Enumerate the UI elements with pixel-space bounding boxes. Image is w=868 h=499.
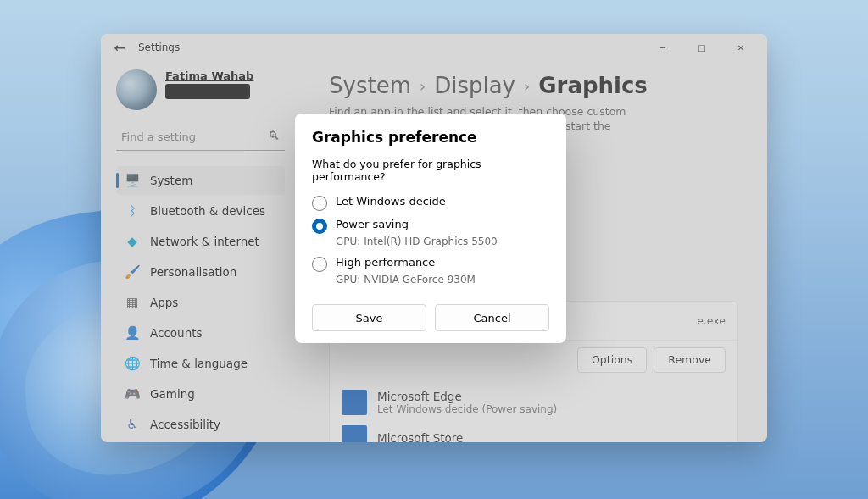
dialog-title: Graphics preference bbox=[312, 129, 549, 146]
back-button[interactable]: ← bbox=[108, 36, 131, 59]
avatar bbox=[116, 69, 157, 110]
arrow-left-icon: ← bbox=[114, 40, 125, 56]
graphics-preference-dialog: Graphics preference What do you prefer f… bbox=[295, 114, 566, 343]
maximize-icon: □ bbox=[698, 43, 705, 53]
dialog-question: What do you prefer for graphics performa… bbox=[312, 158, 549, 183]
nav-label: System bbox=[150, 174, 192, 187]
accessibility-icon: ♿ bbox=[125, 417, 140, 432]
nav-label: Gaming bbox=[150, 387, 195, 401]
crumb-system[interactable]: System bbox=[329, 73, 411, 98]
sidebar-item-network[interactable]: ◆Network & internet bbox=[116, 227, 285, 256]
dialog-buttons: Save Cancel bbox=[312, 304, 549, 331]
app-name: Microsoft Store bbox=[377, 431, 463, 442]
radio-icon bbox=[312, 196, 327, 211]
nav-label: Apps bbox=[150, 296, 178, 309]
apps-icon: ▦ bbox=[125, 295, 140, 310]
bluetooth-icon: ᛒ bbox=[125, 203, 140, 219]
gamepad-icon: 🎮 bbox=[125, 386, 140, 402]
crumb-graphics: Graphics bbox=[538, 73, 648, 98]
option-sub: GPU: NVIDIA GeForce 930M bbox=[336, 274, 549, 286]
search-icon: 🔍︎ bbox=[268, 129, 280, 142]
nav-label: Time & language bbox=[150, 357, 248, 370]
wifi-icon: ◆ bbox=[125, 234, 140, 249]
app-exe: e.exe bbox=[697, 314, 726, 327]
maximize-button[interactable]: □ bbox=[682, 34, 721, 61]
search-input[interactable] bbox=[116, 124, 285, 151]
option-label: Power saving bbox=[336, 218, 409, 230]
store-icon bbox=[342, 425, 367, 442]
nav-label: Personalisation bbox=[150, 265, 236, 279]
option-let-windows-decide[interactable]: Let Windows decide bbox=[312, 191, 549, 214]
nav-label: Network & internet bbox=[150, 235, 259, 248]
radio-icon bbox=[312, 219, 327, 234]
nav-label: Accessibility bbox=[150, 418, 220, 431]
breadcrumb: System › Display › Graphics bbox=[329, 73, 738, 98]
sidebar-item-accounts[interactable]: 👤Accounts bbox=[116, 319, 285, 347]
search-container: 🔍︎ bbox=[116, 124, 285, 151]
sidebar-item-personalisation[interactable]: 🖌️Personalisation bbox=[116, 258, 285, 286]
profile-block[interactable]: Fatima Wahab bbox=[116, 69, 285, 110]
option-label: High performance bbox=[336, 256, 435, 269]
sidebar-item-apps[interactable]: ▦Apps bbox=[116, 288, 285, 317]
option-high-performance[interactable]: High performance bbox=[312, 252, 549, 275]
list-item[interactable]: Microsoft Store bbox=[342, 420, 726, 442]
option-power-saving[interactable]: Power saving bbox=[312, 214, 549, 237]
options-button[interactable]: Options bbox=[577, 347, 647, 373]
person-icon: 👤 bbox=[125, 325, 140, 341]
minimize-icon: ─ bbox=[660, 43, 665, 53]
sidebar: Fatima Wahab 🔍︎ 🖥️System ᛒBluetooth & de… bbox=[101, 61, 300, 442]
remove-button[interactable]: Remove bbox=[654, 347, 726, 373]
radio-icon bbox=[312, 257, 327, 272]
globe-icon: 🌐 bbox=[125, 356, 140, 371]
brush-icon: 🖌️ bbox=[125, 264, 140, 280]
nav-list: 🖥️System ᛒBluetooth & devices ◆Network &… bbox=[116, 166, 285, 442]
nav-label: Bluetooth & devices bbox=[150, 204, 265, 218]
user-email-redacted bbox=[165, 84, 250, 99]
app-card-actions: Options Remove bbox=[330, 341, 737, 380]
chevron-right-icon: › bbox=[524, 77, 530, 95]
window-title: Settings bbox=[138, 42, 180, 53]
option-label: Let Windows decide bbox=[336, 195, 446, 208]
option-sub: GPU: Intel(R) HD Graphics 5500 bbox=[336, 236, 549, 247]
sidebar-item-time[interactable]: 🌐Time & language bbox=[116, 349, 285, 378]
save-button[interactable]: Save bbox=[312, 304, 426, 331]
cancel-button[interactable]: Cancel bbox=[435, 304, 549, 331]
sidebar-item-system[interactable]: 🖥️System bbox=[116, 166, 285, 195]
close-button[interactable]: ✕ bbox=[721, 34, 760, 61]
sidebar-item-bluetooth[interactable]: ᛒBluetooth & devices bbox=[116, 197, 285, 225]
display-icon: 🖥️ bbox=[125, 173, 140, 188]
chevron-right-icon: › bbox=[420, 77, 426, 95]
minimize-button[interactable]: ─ bbox=[643, 34, 682, 61]
nav-label: Accounts bbox=[150, 326, 203, 340]
app-list: Microsoft Edge Let Windows decide (Power… bbox=[330, 380, 737, 442]
close-icon: ✕ bbox=[737, 43, 744, 53]
edge-icon bbox=[342, 390, 367, 415]
window-controls: ─ □ ✕ bbox=[643, 34, 760, 61]
list-item[interactable]: Microsoft Edge Let Windows decide (Power… bbox=[342, 385, 726, 420]
app-sub: Let Windows decide (Power saving) bbox=[377, 403, 557, 415]
crumb-display[interactable]: Display bbox=[434, 73, 515, 98]
app-name: Microsoft Edge bbox=[377, 390, 557, 403]
sidebar-item-privacy[interactable]: 🛡️Privacy & security bbox=[116, 441, 285, 442]
user-name: Fatima Wahab bbox=[165, 69, 253, 82]
titlebar: ← Settings ─ □ ✕ bbox=[101, 34, 767, 61]
sidebar-item-accessibility[interactable]: ♿Accessibility bbox=[116, 410, 285, 439]
sidebar-item-gaming[interactable]: 🎮Gaming bbox=[116, 380, 285, 408]
